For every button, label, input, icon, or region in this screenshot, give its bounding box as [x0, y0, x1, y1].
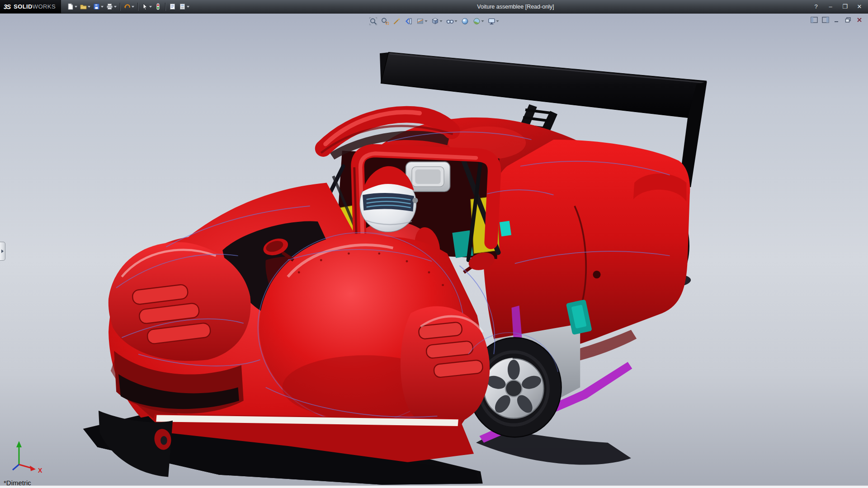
- brand-mark-icon: 3S: [4, 3, 10, 10]
- section-view-icon: [416, 17, 425, 25]
- dropdown-caret[interactable]: [440, 20, 443, 22]
- main-toolbar: [66, 1, 190, 12]
- dropdown-caret[interactable]: [187, 6, 189, 8]
- rebuild-button[interactable]: [153, 1, 163, 12]
- close-button[interactable]: ✕: [853, 2, 866, 12]
- status-bar-edge: [0, 485, 868, 488]
- title-bar: 3S SOLIDWORKS: [0, 0, 868, 14]
- toolbar-separator: [137, 3, 138, 11]
- dropdown-caret[interactable]: [481, 20, 484, 22]
- zoom-to-area-button[interactable]: [380, 15, 391, 27]
- help-button[interactable]: ?: [809, 2, 823, 12]
- display-style-button[interactable]: [430, 15, 444, 27]
- x-axis-arrow: [30, 466, 36, 471]
- heads-up-toolbar: [368, 15, 500, 27]
- new-document-button[interactable]: [66, 1, 78, 12]
- view-settings-icon: [488, 17, 496, 25]
- doc-minimize-button[interactable]: [833, 16, 841, 23]
- select-cursor-icon: [141, 3, 149, 10]
- window-controls: ? – ❐ ✕: [809, 0, 866, 13]
- section-view-button[interactable]: [415, 15, 429, 27]
- apply-scene-button[interactable]: [472, 15, 486, 27]
- dropdown-caret[interactable]: [114, 6, 117, 8]
- save-floppy-icon: [93, 3, 100, 10]
- window-title: Voiture assemblee [Read-only]: [477, 0, 554, 13]
- edit-appearance-icon: [461, 17, 469, 25]
- doc-close-icon: [856, 17, 863, 23]
- file-properties-button[interactable]: [168, 1, 177, 12]
- dropdown-caret[interactable]: [496, 20, 499, 22]
- apply-scene-icon: [473, 17, 481, 25]
- dropdown-caret[interactable]: [132, 6, 134, 8]
- options-sheet-icon: [179, 3, 186, 10]
- previous-view-icon: [405, 17, 413, 25]
- y-axis-arrow: [16, 441, 22, 447]
- document-controls: [810, 16, 863, 23]
- rebuild-icon: [154, 3, 162, 10]
- hide-show-items-button[interactable]: [445, 15, 459, 27]
- view-settings-button[interactable]: [486, 15, 500, 27]
- undo-button[interactable]: [123, 1, 135, 12]
- feature-pane-icon: [811, 17, 818, 23]
- doc-restore-icon: [845, 17, 851, 23]
- x-axis-label: X: [38, 467, 42, 474]
- previous-view-button[interactable]: [403, 15, 414, 27]
- undo-arrow-icon: [123, 3, 131, 10]
- featuremanager-flyout-tab[interactable]: [0, 242, 5, 261]
- doc-minimize-icon: [834, 17, 840, 23]
- task-pane-button[interactable]: [821, 16, 830, 23]
- dropdown-caret[interactable]: [455, 20, 458, 22]
- save-button[interactable]: [92, 1, 104, 12]
- task-pane-icon: [822, 17, 829, 23]
- printer-icon: [106, 3, 113, 10]
- graphics-viewport[interactable]: X *Dimetric: [0, 14, 868, 488]
- open-folder-icon: [80, 3, 87, 10]
- file-properties-icon: [169, 3, 176, 10]
- new-document-icon: [66, 3, 74, 10]
- toolbar-separator: [120, 3, 120, 11]
- doc-close-button[interactable]: [855, 16, 863, 23]
- zoom-to-fit-icon: [369, 17, 377, 25]
- flyout-arrow-icon: [1, 249, 4, 253]
- hide-show-items-icon: [446, 17, 454, 25]
- race-car-model[interactable]: [0, 14, 868, 488]
- edit-appearance-button[interactable]: [460, 15, 471, 27]
- dropdown-caret[interactable]: [101, 6, 104, 8]
- zoom-to-area-icon: [381, 17, 389, 25]
- solidworks-logo: 3S SOLIDWORKS: [0, 0, 61, 13]
- feature-pane-button[interactable]: [810, 16, 818, 23]
- z-axis-arrow: [13, 465, 19, 470]
- view-selector-icon: [393, 17, 401, 25]
- doc-restore-button[interactable]: [844, 16, 852, 23]
- toolbar-separator: [165, 3, 165, 11]
- zoom-to-fit-button[interactable]: [368, 15, 379, 27]
- dropdown-caret[interactable]: [75, 6, 77, 8]
- maximize-button[interactable]: ❐: [838, 2, 852, 12]
- brand-name: SOLIDWORKS: [14, 3, 56, 10]
- reference-triad: X: [5, 437, 48, 476]
- dropdown-caret[interactable]: [149, 6, 152, 8]
- minimize-button[interactable]: –: [824, 2, 837, 12]
- select-button[interactable]: [140, 1, 153, 12]
- print-button[interactable]: [105, 1, 118, 12]
- open-button[interactable]: [79, 1, 91, 12]
- view-selector-button[interactable]: [392, 15, 402, 27]
- options-button[interactable]: [178, 1, 190, 12]
- dropdown-caret[interactable]: [88, 6, 90, 8]
- display-style-icon: [431, 17, 439, 25]
- dropdown-caret[interactable]: [425, 20, 428, 22]
